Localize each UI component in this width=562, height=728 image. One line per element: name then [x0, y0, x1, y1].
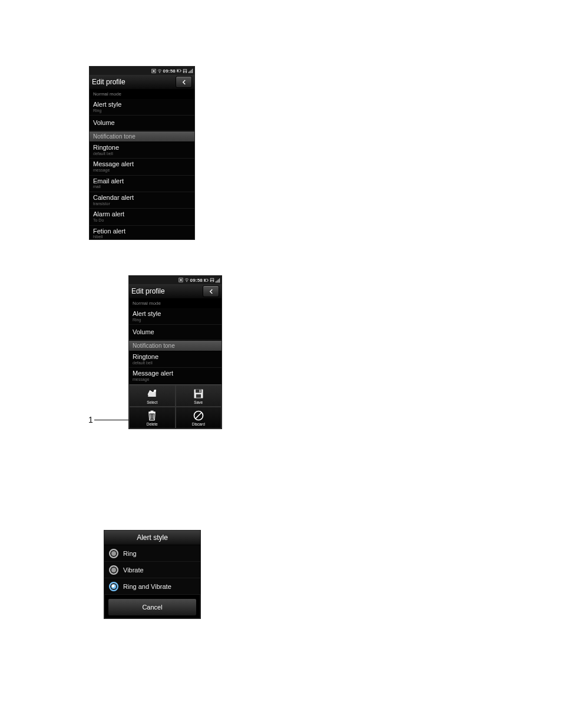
options-menu: Select Save Delete Discard — [129, 384, 222, 429]
menu-delete-label: Delete — [147, 422, 158, 426]
volume-label: Volume — [93, 119, 191, 127]
calendar-alert-label: Calendar alert — [93, 194, 191, 202]
alert-style-label: Alert style — [93, 101, 191, 108]
volume-label: Volume — [133, 328, 218, 336]
svg-rect-29 — [196, 394, 201, 397]
profile-mode-label: Normal mode — [90, 90, 194, 99]
svg-rect-7 — [184, 70, 187, 71]
row-fetion-alert[interactable]: Fetion alert hibell — [90, 226, 194, 240]
menu-select-label: Select — [147, 400, 157, 404]
alert-style-value: Ring — [93, 108, 191, 113]
alert-style-value: Ring — [133, 318, 218, 322]
page-title: Edit profile — [131, 287, 165, 295]
fetion-alert-label: Fetion alert — [93, 228, 191, 235]
signal-icon — [189, 68, 193, 73]
menu-discard-label: Discard — [192, 422, 205, 426]
row-message-alert[interactable]: Message alert message — [90, 159, 194, 175]
back-button[interactable] — [203, 285, 219, 297]
floppy-icon — [193, 388, 204, 400]
sim-icon — [151, 68, 156, 73]
cancel-label: Cancel — [142, 604, 162, 611]
page-title: Edit profile — [92, 78, 125, 86]
row-alert-style[interactable]: Alert style Ring — [90, 99, 194, 116]
section-notification-tone: Notification tone — [129, 340, 222, 351]
row-message-alert[interactable]: Message alert message — [129, 368, 222, 384]
svg-line-37 — [196, 413, 201, 419]
save-icon — [183, 68, 187, 73]
row-calendar-alert[interactable]: Calendar alert transistor — [90, 192, 194, 209]
row-alarm-alert[interactable]: Alarm alert To Do — [90, 209, 194, 225]
ringtone-value: default bell — [133, 361, 218, 365]
svg-rect-14 — [180, 279, 181, 281]
profile-mode-label: Normal mode — [129, 299, 222, 308]
svg-rect-4 — [181, 70, 181, 71]
status-bar: 09:58 — [129, 276, 222, 284]
option-ring-label: Ring — [123, 550, 137, 557]
message-alert-value: message — [133, 377, 218, 382]
option-vibrate[interactable]: Vibrate — [104, 562, 200, 578]
phone-screenshot-2: 09:58 Edit profile Normal mode Alert sty… — [128, 275, 222, 429]
row-ringtone[interactable]: Ringtone default bell — [90, 142, 194, 159]
dialog-title: Alert style — [104, 531, 200, 545]
svg-point-26 — [154, 389, 156, 391]
menu-item-select[interactable]: Select — [129, 385, 176, 407]
alert-style-label: Alert style — [133, 310, 218, 318]
row-email-alert[interactable]: Email alert mail — [90, 176, 194, 192]
menu-item-save[interactable]: Save — [176, 385, 222, 407]
callout-number: 1 — [88, 415, 93, 424]
svg-rect-8 — [184, 71, 186, 73]
battery-icon — [177, 68, 181, 73]
status-time: 09:58 — [190, 278, 203, 283]
svg-rect-30 — [199, 390, 200, 392]
select-icon — [146, 388, 158, 400]
back-button[interactable] — [176, 76, 192, 88]
svg-rect-28 — [196, 389, 201, 393]
svg-point-2 — [159, 72, 160, 73]
sim-icon — [178, 278, 183, 282]
row-volume[interactable]: Volume — [90, 116, 194, 131]
fetion-alert-value: hibell — [93, 235, 191, 239]
svg-rect-12 — [192, 69, 193, 73]
menu-item-delete[interactable]: Delete — [129, 407, 176, 429]
svg-rect-11 — [191, 70, 191, 73]
option-vibrate-label: Vibrate — [123, 566, 144, 574]
svg-rect-22 — [216, 281, 216, 282]
radio-icon — [109, 565, 118, 575]
menu-item-discard[interactable]: Discard — [176, 407, 222, 429]
row-ringtone[interactable]: Ringtone default bell — [129, 351, 222, 368]
ringtone-value: default bell — [93, 151, 191, 156]
option-ring-vibrate-label: Ring and Vibrate — [123, 583, 171, 590]
email-alert-value: mail — [93, 185, 191, 189]
row-alert-style[interactable]: Alert style Ring — [129, 308, 222, 325]
discard-icon — [193, 410, 204, 421]
svg-rect-25 — [219, 278, 220, 282]
message-alert-value: message — [93, 168, 191, 173]
save-icon — [210, 278, 214, 282]
title-bar: Edit profile — [90, 75, 194, 90]
svg-point-15 — [186, 281, 187, 282]
phone-screenshot-1: 09:58 Edit profile Normal mode Alert sty… — [89, 66, 195, 240]
row-volume[interactable]: Volume — [129, 325, 222, 340]
ringtone-label: Ringtone — [133, 353, 218, 361]
message-alert-label: Message alert — [133, 370, 218, 377]
signal-icon — [216, 278, 220, 282]
svg-rect-21 — [211, 281, 213, 282]
section-notification-tone: Notification tone — [90, 131, 194, 142]
svg-rect-20 — [211, 279, 214, 280]
ringtone-label: Ringtone — [93, 144, 191, 151]
svg-rect-10 — [190, 71, 190, 73]
email-alert-label: Email alert — [93, 177, 191, 185]
battery-icon — [204, 278, 209, 282]
radio-icon — [109, 549, 118, 558]
svg-rect-23 — [217, 280, 217, 282]
option-ring[interactable]: Ring — [104, 545, 200, 562]
option-ring-and-vibrate[interactable]: Ring and Vibrate — [104, 578, 200, 595]
wifi-icon — [184, 278, 189, 282]
status-bar: 09:58 — [90, 67, 194, 75]
svg-rect-18 — [204, 279, 206, 281]
title-bar: Edit profile — [129, 284, 222, 299]
svg-rect-5 — [177, 70, 178, 72]
svg-rect-17 — [208, 279, 209, 281]
cancel-button[interactable]: Cancel — [108, 598, 197, 616]
alarm-alert-label: Alarm alert — [93, 210, 191, 218]
